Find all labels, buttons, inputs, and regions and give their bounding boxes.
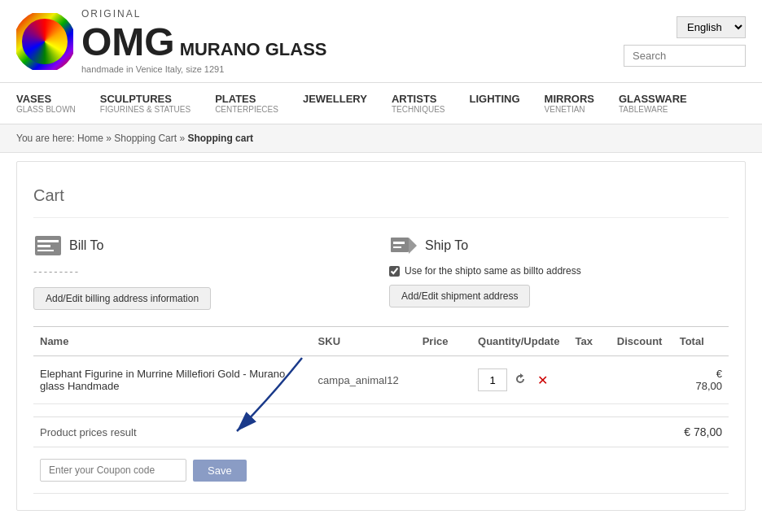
svg-point-0	[18, 15, 72, 68]
product-tax	[569, 356, 611, 404]
total-value: 78,00	[695, 380, 722, 392]
bill-to-dashes: ---------	[33, 265, 373, 277]
same-address-row: Use for the shipto same as billto addres…	[389, 265, 729, 277]
product-qty-cell: ✕	[471, 356, 569, 404]
table-header-row: Name SKU Price Quantity/Update Tax Disco…	[33, 327, 729, 356]
logo-original: ORIGINAL	[81, 8, 327, 20]
sidebar-item-glassware[interactable]: GLASSWARE TABLEWARE	[619, 83, 687, 124]
logo-icon	[16, 13, 73, 70]
logo-area: ORIGINAL OMG MURANO GLASS handmade in Ve…	[16, 8, 327, 74]
same-address-checkbox[interactable]	[389, 266, 400, 277]
language-selector[interactable]: English Italian German French	[677, 16, 746, 38]
breadcrumb: You are here: Home » Shopping Cart » Sho…	[0, 124, 762, 153]
svg-rect-5	[391, 238, 409, 252]
navigation: VASES GLASS BLOWN SCULPTURES FIGURINES &…	[0, 83, 762, 124]
nav-sub-glassware: TABLEWARE	[619, 105, 687, 114]
svg-marker-6	[409, 238, 417, 254]
sidebar-item-mirrors[interactable]: MIRRORS VENETIAN	[545, 83, 594, 124]
summary-total: € 78,00	[684, 425, 722, 438]
th-tax: Tax	[569, 327, 611, 356]
summary-row: Product prices result € 78,00	[33, 416, 729, 447]
ship-icon	[389, 234, 418, 257]
refresh-qty-button[interactable]	[511, 371, 529, 389]
table-row: Elephant Figurine in Murrine Millefiori …	[33, 356, 729, 404]
save-coupon-button[interactable]: Save	[193, 460, 247, 482]
nav-label-vases: VASES	[16, 93, 76, 105]
qty-control: ✕	[478, 368, 563, 391]
product-discount	[611, 356, 673, 404]
sidebar-item-plates[interactable]: PLATES CENTERPIECES	[215, 83, 278, 124]
product-total: € 78,00	[673, 356, 729, 404]
nav-label-artists: ARTISTS	[392, 93, 445, 105]
nav-sub-sculptures: FIGURINES & STATUES	[100, 105, 190, 114]
sidebar-item-jewellery[interactable]: JEWELLERY	[303, 83, 367, 124]
address-section: Bill To --------- Add/Edit billing addre…	[33, 234, 729, 310]
logo-text: ORIGINAL OMG MURANO GLASS handmade in Ve…	[81, 8, 327, 74]
summary-label: Product prices result	[40, 426, 137, 438]
header: ORIGINAL OMG MURANO GLASS handmade in Ve…	[0, 0, 762, 83]
coupon-input[interactable]	[40, 459, 186, 482]
coupon-section: Save	[33, 447, 729, 494]
quantity-input[interactable]	[478, 368, 507, 391]
th-discount: Discount	[611, 327, 673, 356]
th-price: Price	[416, 327, 471, 356]
logo-tagline: handmade in Venice Italy, size 1291	[81, 64, 327, 74]
breadcrumb-home[interactable]: Home	[77, 133, 103, 144]
logo-brand: MURANO GLASS	[180, 39, 327, 60]
bill-to-block: Bill To --------- Add/Edit billing addre…	[33, 234, 373, 310]
product-sku: campa_animal12	[312, 356, 416, 404]
th-qty: Quantity/Update	[471, 327, 569, 356]
cart-table: Name SKU Price Quantity/Update Tax Disco…	[33, 326, 729, 404]
nav-sub-mirrors: VENETIAN	[545, 105, 594, 114]
logo-omg: OMG	[81, 20, 175, 64]
total-currency: €	[716, 368, 722, 380]
svg-rect-3	[37, 245, 50, 247]
sidebar-item-sculptures[interactable]: SCULPTURES FIGURINES & STATUES	[100, 83, 190, 124]
svg-rect-7	[393, 242, 405, 244]
breadcrumb-prefix: You are here:	[16, 133, 75, 144]
bill-icon	[33, 234, 63, 257]
breadcrumb-current: Shopping cart	[187, 133, 253, 144]
nav-label-jewellery: JEWELLERY	[303, 93, 367, 105]
nav-items: VASES GLASS BLOWN SCULPTURES FIGURINES &…	[16, 83, 746, 124]
cart-container: Cart Bill To --------- Add/Edit billing …	[16, 161, 746, 511]
cart-title: Cart	[33, 178, 729, 218]
nav-label-mirrors: MIRRORS	[545, 93, 594, 105]
bill-to-label: Bill To	[69, 238, 103, 253]
svg-rect-4	[37, 250, 54, 251]
ship-to-block: Ship To Use for the shipto same as billt…	[389, 234, 729, 310]
product-price	[416, 356, 471, 404]
edit-shipment-button[interactable]: Add/Edit shipment address	[389, 285, 530, 307]
product-name: Elephant Figurine in Murrine Millefiori …	[33, 356, 312, 404]
svg-rect-8	[393, 246, 401, 248]
nav-sub-artists: TECHNIQUES	[392, 105, 445, 114]
breadcrumb-cart-link[interactable]: Shopping Cart	[114, 133, 177, 144]
nav-label-plates: PLATES	[215, 93, 278, 105]
sidebar-item-vases[interactable]: VASES GLASS BLOWN	[16, 83, 76, 124]
th-name: Name	[33, 327, 312, 356]
th-total: Total	[673, 327, 729, 356]
sidebar-item-artists[interactable]: ARTISTS TECHNIQUES	[392, 83, 445, 124]
nav-label-sculptures: SCULPTURES	[100, 93, 190, 105]
header-right: English Italian German French	[624, 16, 746, 67]
ship-to-header: Ship To	[389, 234, 729, 257]
remove-item-button[interactable]: ✕	[533, 371, 551, 389]
nav-label-glassware: GLASSWARE	[619, 93, 687, 105]
th-sku: SKU	[312, 327, 416, 356]
nav-label-lighting: LIGHTING	[469, 93, 519, 105]
search-input[interactable]	[624, 45, 746, 67]
bill-to-header: Bill To	[33, 234, 373, 257]
sidebar-item-lighting[interactable]: LIGHTING	[469, 83, 519, 124]
svg-rect-2	[37, 240, 59, 242]
language-dropdown[interactable]: English Italian German French	[677, 16, 746, 38]
ship-to-label: Ship To	[425, 238, 468, 253]
nav-sub-vases: GLASS BLOWN	[16, 105, 76, 114]
same-address-label: Use for the shipto same as billto addres…	[405, 265, 581, 277]
nav-sub-plates: CENTERPIECES	[215, 105, 278, 114]
edit-billing-button[interactable]: Add/Edit billing address information	[33, 287, 211, 310]
